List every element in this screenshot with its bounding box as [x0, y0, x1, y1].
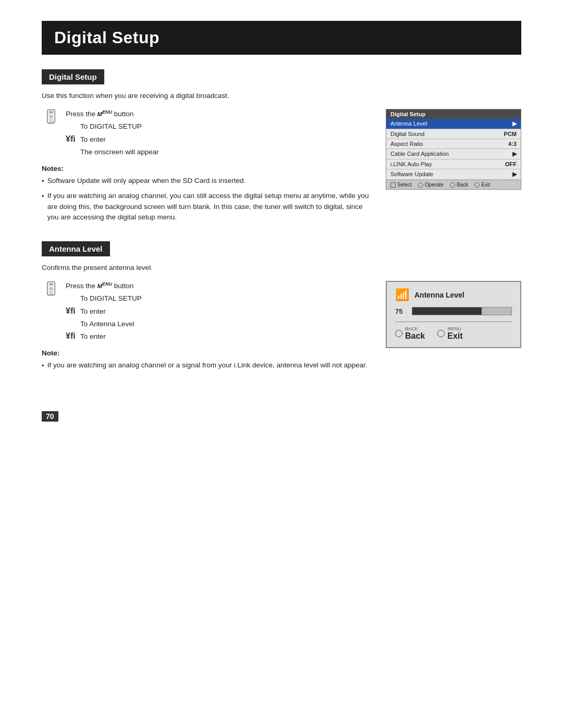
remote-icon	[42, 109, 60, 128]
tv-menu-row-3: Cable Card Application ▶	[386, 149, 521, 159]
tv-footer-exit: Exit	[474, 182, 490, 188]
svg-rect-12	[50, 293, 51, 294]
note-2: • If you are watching an analog channel,…	[42, 191, 370, 223]
circle-icon-back	[450, 182, 455, 188]
step-2-3: ¥fi To enter	[66, 331, 142, 342]
tv-menu-row-0: Antenna Level ▶	[386, 119, 521, 129]
svg-rect-4	[52, 119, 53, 120]
antenna-bar-fill	[412, 307, 482, 315]
page-number: 70	[42, 411, 58, 422]
section1-heading: Digital Setup	[42, 69, 104, 84]
section1-notes: Notes: • Software Update will only appea…	[42, 165, 370, 223]
note-label-2: Note:	[42, 349, 370, 357]
step-2-sub: The onscreen will appear	[66, 147, 159, 157]
circle-icon-exit	[474, 182, 480, 188]
antenna-exit-btn: MENU Exit	[437, 326, 462, 341]
notes-label: Notes:	[42, 165, 370, 172]
section1-steps-left: Press the MENU button To DIGITAL SETUP ¥…	[42, 109, 370, 227]
antenna-title-row: 📶 Antenna Level	[395, 288, 512, 302]
section2-instruction-row: Press the MENU button To DIGITAL SETUP ¥…	[42, 281, 521, 376]
section1-tv-screenshot: Digital Setup Antenna Level ▶ Digital So…	[386, 109, 521, 227]
circle-icon-operate	[418, 182, 423, 188]
step-2-1: Press the MENU button	[66, 281, 142, 291]
steps-block-1: Press the MENU button To DIGITAL SETUP ¥…	[42, 109, 370, 157]
section-antenna-level: Antenna Level Confirms the present anten…	[42, 241, 521, 376]
back-circle-icon	[395, 330, 402, 337]
step-2-1-sub: To DIGITAL SETUP	[66, 293, 142, 304]
step-2: ¥fi To enter	[66, 134, 159, 145]
remote-icon-2	[42, 281, 60, 300]
square-icon	[390, 182, 396, 188]
svg-rect-5	[50, 121, 51, 122]
antenna-screen: 📶 Antenna Level 75 BACK Back	[386, 281, 521, 348]
section1-intro: Use this function when you are receiving…	[42, 92, 521, 100]
step-1: Press the MENU button	[66, 109, 159, 119]
section2-heading: Antenna Level	[42, 241, 110, 256]
svg-rect-11	[52, 291, 53, 292]
svg-rect-10	[50, 291, 51, 292]
tv-menu-row-2: Aspect Ratio 4:3	[386, 139, 521, 149]
svg-rect-6	[52, 121, 53, 122]
section-digital-setup: Digital Setup Use this function when you…	[42, 69, 521, 227]
tv-screen: Digital Setup Antenna Level ▶ Digital So…	[386, 109, 521, 190]
page-title: Digital Setup	[42, 21, 521, 55]
antenna-bar-bg	[412, 307, 512, 315]
section2-notes: Note: • If you are watching an analog ch…	[42, 349, 370, 371]
section2-antenna-screenshot: 📶 Antenna Level 75 BACK Back	[386, 281, 521, 376]
section2-intro: Confirms the present antenna level.	[42, 264, 521, 272]
antenna-level-value: 75	[395, 307, 408, 315]
step-1-sub: To DIGITAL SETUP	[66, 121, 159, 132]
tv-footer: Select Operate Back Exit	[386, 180, 521, 189]
section2-steps-list: Press the MENU button To DIGITAL SETUP ¥…	[66, 281, 142, 342]
step-2-2-sub: To Antenna Level	[66, 319, 142, 329]
tv-menu-row-5: Software Update ▶	[386, 169, 521, 180]
tv-menu-row-4: i.LINK Auto Play OFF	[386, 159, 521, 169]
antenna-level-bar-row: 75	[395, 307, 512, 315]
section2-steps-left: Press the MENU button To DIGITAL SETUP ¥…	[42, 281, 370, 376]
section1-instruction-row: Press the MENU button To DIGITAL SETUP ¥…	[42, 109, 521, 227]
tv-footer-back: Back	[450, 182, 468, 188]
svg-rect-8	[49, 283, 53, 285]
step-2-2: ¥fi To enter	[66, 306, 142, 317]
svg-rect-1	[49, 111, 53, 113]
tv-screen-title: Digital Setup	[386, 109, 521, 119]
antenna-back-btn: BACK Back	[395, 326, 425, 341]
section1-steps-list: Press the MENU button To DIGITAL SETUP ¥…	[66, 109, 159, 157]
steps-block-2: Press the MENU button To DIGITAL SETUP ¥…	[42, 281, 370, 342]
svg-rect-3	[50, 119, 51, 120]
antenna-screen-title: Antenna Level	[414, 291, 464, 299]
tv-menu-row-1: Digital Sound PCM	[386, 129, 521, 139]
antenna-buttons-row: BACK Back MENU Exit	[395, 322, 512, 341]
note-2-1: • If you are watching an analog channel …	[42, 360, 370, 371]
antenna-signal-icon: 📶	[395, 288, 409, 302]
svg-rect-13	[52, 293, 53, 294]
note-1: • Software Update will only appear when …	[42, 176, 370, 187]
exit-circle-icon	[437, 330, 445, 337]
tv-footer-operate: Operate	[418, 182, 444, 188]
tv-footer-select: Select	[390, 182, 412, 188]
